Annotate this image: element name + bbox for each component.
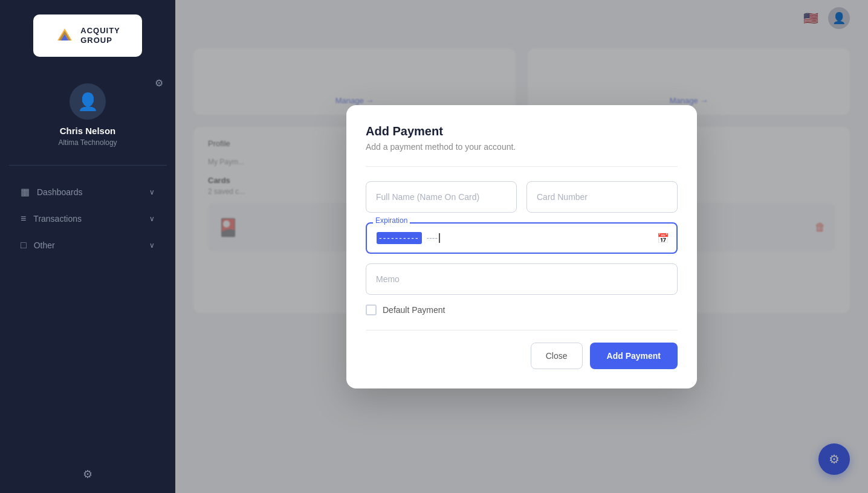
card-number-input[interactable] bbox=[526, 181, 678, 213]
sidebar-divider bbox=[9, 165, 167, 166]
avatar: 👤 bbox=[70, 83, 106, 120]
sidebar-bottom: ⚙ bbox=[0, 468, 175, 481]
memo-input[interactable] bbox=[366, 263, 678, 295]
memo-row bbox=[366, 263, 678, 304]
form-row-2: Expiration ---------- ---- 📅 bbox=[366, 222, 678, 254]
expiry-separator bbox=[423, 233, 426, 243]
main-content: 🇺🇸 👤 Manage → Manage → Profile My Paym..… bbox=[175, 0, 868, 493]
sidebar-nav: ▦ Dashboards ∨ ≡ Transactions ∨ □ Other … bbox=[0, 172, 175, 265]
default-payment-row: Default Payment bbox=[366, 304, 678, 315]
modal-subtitle: Add a payment method to your account. bbox=[366, 142, 678, 152]
modal-top-divider bbox=[366, 166, 678, 167]
sidebar-item-other[interactable]: □ Other ∨ bbox=[6, 233, 169, 258]
nav-item-left: ▦ Dashboards bbox=[21, 186, 83, 198]
expiry-year-placeholder: ---- bbox=[427, 233, 438, 243]
form-row-1 bbox=[366, 181, 678, 213]
acquity-logo-icon bbox=[55, 26, 74, 45]
expiry-display[interactable]: ---------- ---- 📅 bbox=[366, 222, 678, 254]
sidebar-item-transactions[interactable]: ≡ Transactions ∨ bbox=[6, 206, 169, 231]
logo-text: ACQUITY GROUP bbox=[80, 26, 120, 45]
card-number-wrapper bbox=[526, 181, 678, 213]
add-payment-button[interactable]: Add Payment bbox=[590, 343, 678, 369]
sidebar-company: Altima Technology bbox=[58, 138, 117, 147]
nav-item-left: ≡ Transactions bbox=[21, 213, 82, 224]
sidebar-logo-area: ACQUITY GROUP bbox=[0, 0, 175, 71]
default-payment-label: Default Payment bbox=[383, 305, 445, 315]
full-name-input[interactable] bbox=[366, 181, 517, 213]
sidebar-username: Chris Nelson bbox=[60, 126, 116, 136]
sidebar: ACQUITY GROUP ⚙ 👤 Chris Nelson Altima Te… bbox=[0, 0, 175, 493]
box-icon: □ bbox=[21, 240, 27, 251]
sidebar-item-label: Other bbox=[34, 240, 55, 250]
close-button[interactable]: Close bbox=[531, 343, 583, 369]
sidebar-item-dashboards[interactable]: ▦ Dashboards ∨ bbox=[6, 179, 169, 205]
expiry-wrapper: Expiration ---------- ---- 📅 bbox=[366, 222, 678, 254]
calendar-icon[interactable]: 📅 bbox=[657, 232, 669, 243]
chevron-down-icon: ∨ bbox=[149, 214, 155, 223]
modal-footer-divider bbox=[366, 330, 678, 330]
cursor-indicator bbox=[439, 233, 440, 243]
full-name-wrapper bbox=[366, 181, 517, 213]
grid-icon: ▦ bbox=[21, 186, 30, 198]
sidebar-item-label: Dashboards bbox=[37, 187, 83, 197]
chevron-down-icon: ∨ bbox=[149, 188, 155, 196]
modal-overlay: Add Payment Add a payment method to your… bbox=[175, 0, 868, 493]
list-icon: ≡ bbox=[21, 213, 26, 224]
modal-title: Add Payment bbox=[366, 124, 678, 138]
modal-actions: Close Add Payment bbox=[366, 343, 678, 369]
nav-item-left: □ Other bbox=[21, 240, 55, 251]
add-payment-modal: Add Payment Add a payment method to your… bbox=[346, 105, 697, 388]
default-payment-checkbox[interactable] bbox=[366, 304, 377, 315]
settings-bottom-icon[interactable]: ⚙ bbox=[83, 468, 92, 481]
settings-icon[interactable]: ⚙ bbox=[155, 77, 163, 89]
expiry-highlighted-value: ---------- bbox=[377, 232, 422, 244]
logo-box: ACQUITY GROUP bbox=[33, 14, 142, 57]
sidebar-user-area: ⚙ 👤 Chris Nelson Altima Technology bbox=[0, 71, 175, 159]
chevron-down-icon: ∨ bbox=[149, 241, 155, 250]
expiry-label: Expiration bbox=[373, 216, 410, 225]
sidebar-item-label: Transactions bbox=[33, 214, 82, 224]
